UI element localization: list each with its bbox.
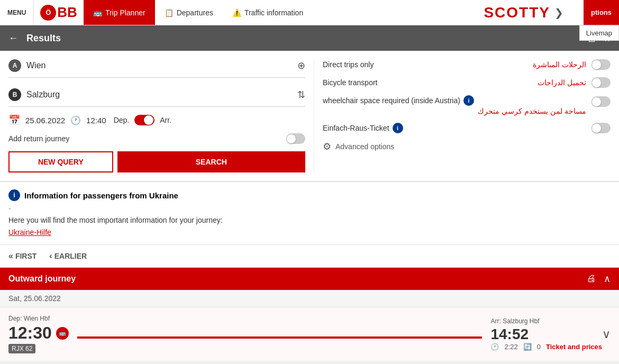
results-title: Results — [26, 33, 587, 44]
ukraine-hilfe-link[interactable]: Ukraine-Hilfe — [8, 228, 51, 236]
einfach-info-icon[interactable]: i — [393, 123, 403, 133]
dep-arr-toggle[interactable] — [134, 115, 154, 125]
tab-trip-planner[interactable]: 🚌 Trip Planner — [84, 0, 155, 25]
nav-tabs: 🚌 Trip Planner 📋 Departures ⚠️ Traffic i… — [84, 0, 313, 25]
einfach-label: Einfach-Raus-Ticket — [323, 124, 389, 132]
clipboard-icon: 📋 — [165, 8, 174, 17]
nav-bar: « FIRST ‹ EARLIER — [0, 245, 619, 268]
obb-text: BB — [57, 4, 77, 21]
dep-station-label: Dep: Wien Hbf — [8, 315, 69, 322]
einfach-row: Einfach-Raus-Ticket i — [323, 123, 611, 133]
datetime-row: 📅 25.06.2022 🕐 12:40 Dep. Arr. — [8, 114, 305, 126]
form-buttons: NEW QUERY SEARCH — [8, 151, 305, 172]
outward-collapse-icon[interactable]: ∧ — [604, 273, 611, 285]
results-bar: ← Results 🖨 ∧ — [0, 25, 619, 51]
earlier-button[interactable]: ‹ EARLIER — [49, 251, 87, 261]
new-query-button[interactable]: NEW QUERY — [8, 151, 113, 172]
info-banner-text: Here you will find the most important in… — [8, 216, 611, 224]
time-value[interactable]: 12:40 — [86, 116, 106, 125]
scotty-logo: SCOTTY — [484, 4, 550, 21]
first-chevrons-icon: « — [8, 251, 13, 261]
wheelchair-label: wheelchair space required (inside Austri… — [323, 96, 460, 105]
arrival-info: Arr: Salzburg Hbf 14:52 🕐 2:22 🔄 0 Ticke… — [490, 317, 602, 351]
journey-card: Dep: Wien Hbf 12:30 🚌 RJX 62 Arr: Salzbu… — [0, 307, 619, 361]
expand-journey-button[interactable]: ∨ — [602, 327, 611, 341]
return-journey-row: Add return journey — [8, 133, 305, 144]
options-panel[interactable]: ptions — [584, 0, 619, 25]
transfers-icon: 🔄 — [523, 343, 532, 351]
back-button[interactable]: ← — [8, 33, 18, 44]
search-button[interactable]: SEARCH — [117, 151, 305, 172]
return-toggle[interactable] — [286, 133, 305, 144]
from-station-row: A ⊕ — [8, 59, 305, 78]
info-banner-dash: - — [8, 204, 611, 213]
bicycle-row: Bicycle transport تحميل الدراجات — [323, 77, 611, 88]
clock-small-icon: 🕐 — [490, 343, 499, 351]
wheelchair-row: wheelchair space required (inside Austri… — [323, 95, 611, 115]
bicycle-arabic: تحميل الدراجات — [538, 78, 586, 87]
journey-date: Sat, 25.06.2022 — [0, 290, 619, 307]
arr-time: 14:52 — [490, 326, 602, 343]
clock-icon: 🕐 — [70, 115, 81, 125]
ticket-prices-link[interactable]: Ticket and prices — [546, 343, 602, 351]
tab-traffic-info[interactable]: ⚠️ Traffic information — [223, 0, 313, 25]
duration-value: 2:22 — [504, 343, 517, 351]
info-circle-icon: i — [8, 189, 20, 201]
gear-icon: ⚙ — [323, 141, 331, 152]
outward-journey-title: Outward journey — [8, 274, 76, 284]
return-journey-label: Add return journey — [8, 134, 69, 143]
warning-icon: ⚠️ — [232, 8, 241, 17]
departure-info: Dep: Wien Hbf 12:30 🚌 RJX 62 — [8, 315, 69, 353]
earlier-chevron-icon: ‹ — [49, 251, 52, 261]
header-collapse-arrow[interactable]: ❯ — [554, 6, 563, 19]
wheelchair-toggle[interactable] — [591, 96, 611, 107]
to-station-row: B ⇅ — [8, 88, 305, 107]
from-input[interactable] — [26, 61, 297, 70]
wheelchair-info-icon[interactable]: i — [463, 95, 474, 106]
bicycle-toggle[interactable] — [591, 77, 611, 88]
direct-trips-label: Direct trips only — [323, 60, 374, 69]
from-badge: A — [8, 59, 21, 72]
direct-trips-toggle[interactable] — [591, 59, 611, 70]
tab-departures[interactable]: 📋 Departures — [155, 0, 223, 25]
livemap-button[interactable]: Livemap — [579, 25, 619, 41]
outward-journey-bar: Outward journey 🖨 ∧ — [0, 268, 619, 290]
dep-label: Dep. — [114, 116, 130, 124]
form-left: A ⊕ B ⇅ 📅 25.06.2022 🕐 12:40 Dep. — [8, 59, 305, 172]
direct-trips-arabic: الرحلات المباشرة — [533, 60, 586, 69]
outward-print-icon[interactable]: 🖨 — [587, 273, 596, 285]
train-icon-dot: 🚌 — [56, 327, 69, 340]
bicycle-label: Bicycle transport — [323, 78, 377, 87]
to-input[interactable] — [26, 90, 297, 99]
location-icon[interactable]: ⊕ — [297, 60, 305, 71]
train-id-badge: RJX 62 — [8, 344, 35, 353]
advanced-options-row[interactable]: ⚙ Advanced options — [323, 141, 611, 152]
date-value[interactable]: 25.06.2022 — [25, 116, 65, 125]
info-banner-title: i Information for passengers from Ukrain… — [8, 189, 611, 201]
journey-progress — [77, 336, 483, 339]
dep-time: 12:30 — [8, 323, 52, 343]
arr-label: Arr. — [160, 116, 171, 124]
einfach-toggle[interactable] — [591, 123, 611, 133]
menu-button[interactable]: MENU — [0, 0, 34, 25]
obb-logo: Ö BB — [34, 0, 84, 25]
form-right: Direct trips only الرحلات المباشرة Bicyc… — [314, 59, 611, 172]
advanced-options-label: Advanced options — [335, 142, 394, 151]
info-banner: i Information for passengers from Ukrain… — [0, 181, 619, 245]
swap-icon[interactable]: ⇅ — [297, 89, 305, 101]
to-badge: B — [8, 88, 21, 101]
first-button[interactable]: « FIRST — [8, 251, 37, 261]
bus-icon: 🚌 — [93, 8, 102, 17]
direct-trips-row: Direct trips only الرحلات المباشرة — [323, 59, 611, 70]
calendar-icon: 📅 — [8, 114, 20, 126]
wheelchair-arabic: مساحة لمن يستخدم كرسي متحرك — [323, 107, 586, 115]
arr-station-label: Arr: Salzburg Hbf — [490, 317, 602, 325]
transfers-value: 0 — [537, 343, 541, 351]
main-form: A ⊕ B ⇅ 📅 25.06.2022 🕐 12:40 Dep. — [0, 51, 619, 181]
